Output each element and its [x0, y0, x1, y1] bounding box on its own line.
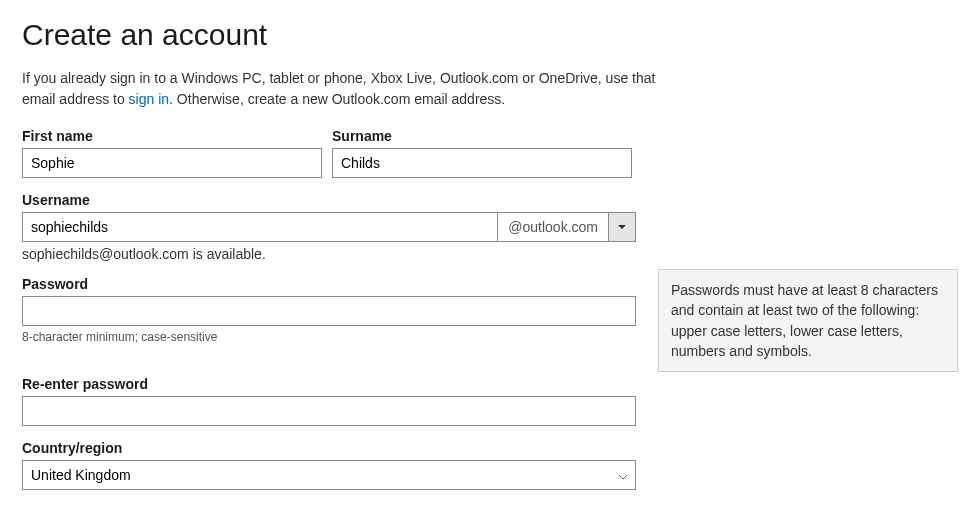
- surname-label: Surname: [332, 128, 632, 144]
- reenter-password-label: Re-enter password: [22, 376, 958, 392]
- caret-down-icon: [618, 225, 626, 230]
- username-group: @outlook.com: [22, 212, 636, 242]
- country-region-label: Country/region: [22, 440, 958, 456]
- username-input[interactable]: [22, 212, 498, 242]
- country-region-select[interactable]: United Kingdom: [22, 460, 636, 490]
- surname-input[interactable]: [332, 148, 632, 178]
- first-name-label: First name: [22, 128, 322, 144]
- username-label: Username: [22, 192, 958, 208]
- password-tooltip: Passwords must have at least 8 character…: [658, 269, 958, 372]
- first-name-input[interactable]: [22, 148, 322, 178]
- page-title: Create an account: [22, 18, 958, 52]
- username-availability-msg: sophiechilds@outlook.com is available.: [22, 246, 958, 262]
- domain-dropdown-button[interactable]: [608, 212, 636, 242]
- password-input[interactable]: [22, 296, 636, 326]
- intro-after: . Otherwise, create a new Outlook.com em…: [169, 91, 505, 107]
- reenter-password-input[interactable]: [22, 396, 636, 426]
- domain-suffix: @outlook.com: [498, 212, 608, 242]
- intro-text: If you already sign in to a Windows PC, …: [22, 68, 662, 110]
- sign-in-link[interactable]: sign in: [129, 91, 169, 107]
